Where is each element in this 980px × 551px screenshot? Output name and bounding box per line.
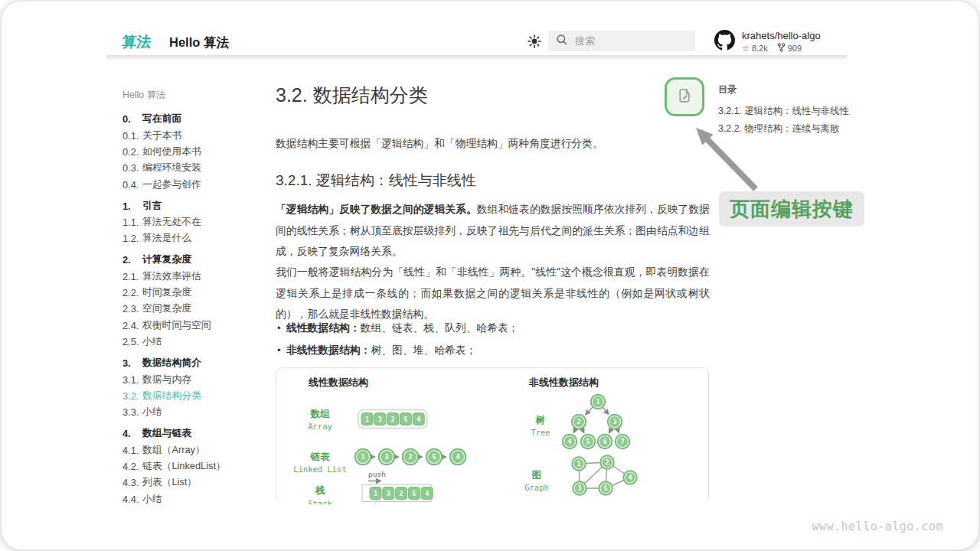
sidebar-item[interactable]: 4.3.列表（List） — [122, 474, 268, 491]
list-item: • 非线性数据结构：树、图、堆、哈希表； — [276, 339, 710, 361]
svg-text:3: 3 — [387, 490, 390, 497]
bullet-dot: • — [276, 339, 286, 361]
paragraph: 我们一般将逻辑结构分为「线性」和「非线性」两种。"线性"这个概念很直观，即表明数… — [276, 262, 710, 325]
svg-text:2: 2 — [577, 418, 580, 425]
theme-toggle-sun-icon[interactable] — [527, 34, 542, 49]
toc-items: 3.2.1. 逻辑结构：线性与非线性3.2.2. 物理结构：连续与离散 — [718, 103, 849, 137]
sidebar-item[interactable]: 0.3.编程环境安装 — [122, 160, 268, 176]
svg-text:Graph: Graph — [524, 483, 549, 492]
svg-text:push: push — [368, 470, 386, 478]
sidebar-item[interactable]: 1.1.算法无处不在 — [122, 214, 268, 230]
svg-text:4: 4 — [425, 490, 429, 497]
file-edit-icon — [676, 87, 693, 107]
sidebar-item[interactable]: 3.数据结构简介 — [122, 355, 268, 371]
data-structures-figure: 线性数据结构非线性数据结构数组Array13254链表Linked List13… — [276, 367, 709, 504]
svg-text:5: 5 — [603, 484, 607, 492]
svg-text:1: 1 — [361, 453, 364, 461]
svg-text:2: 2 — [408, 453, 412, 461]
svg-text:6: 6 — [603, 438, 606, 445]
github-repo-link[interactable]: krahets/hello-algo ☆ 8.2k 909 — [714, 30, 821, 54]
bullet-dot: • — [276, 317, 286, 339]
intro-paragraph: 数据结构主要可根据「逻辑结构」和「物理结构」两种角度进行分类。 — [276, 137, 603, 151]
watermark: www.hello-algo.com — [812, 520, 943, 533]
page-title: 3.2. 数据结构分类 — [276, 83, 428, 108]
svg-text:7: 7 — [620, 438, 624, 445]
sidebar-item[interactable]: 2.1.算法效率评估 — [122, 269, 268, 285]
svg-text:1: 1 — [374, 490, 377, 497]
toc-item[interactable]: 3.2.2. 物理结构：连续与离散 — [718, 120, 849, 138]
svg-text:链表: 链表 — [310, 452, 331, 462]
sidebar-item[interactable]: 2.计算复杂度 — [122, 252, 268, 268]
sidebar-item[interactable]: 4.4.小结 — [122, 491, 268, 507]
svg-text:图: 图 — [532, 470, 542, 481]
sidebar-item[interactable]: 0.4.一起参与创作 — [122, 177, 268, 193]
svg-text:4: 4 — [416, 416, 420, 423]
fork-count: 909 — [788, 44, 802, 53]
sidebar-item[interactable]: 2.2.时间复杂度 — [122, 285, 268, 301]
svg-text:2: 2 — [605, 458, 609, 466]
toc-title: 目录 — [718, 83, 849, 96]
svg-text:1: 1 — [596, 398, 599, 406]
toc-panel: 目录 3.2.1. 逻辑结构：线性与非线性3.2.2. 物理结构：连续与离散 — [718, 83, 849, 137]
svg-text:栈: 栈 — [315, 485, 325, 496]
sidebar-item[interactable]: 0.1.关于本书 — [122, 127, 268, 143]
svg-text:4: 4 — [456, 453, 459, 461]
svg-text:数组: 数组 — [310, 409, 331, 419]
svg-text:4: 4 — [567, 438, 571, 445]
svg-text:3: 3 — [384, 453, 388, 461]
svg-text:Tree: Tree — [531, 428, 550, 437]
svg-text:1: 1 — [577, 460, 580, 468]
svg-text:3: 3 — [577, 484, 581, 492]
star-count: 8.2k — [752, 44, 768, 53]
svg-text:3: 3 — [378, 416, 382, 423]
sidebar-item[interactable]: 2.5.小结 — [122, 334, 268, 350]
sidebar-item-active[interactable]: 3.2.数据结构分类 — [122, 388, 268, 404]
svg-text:Linked List: Linked List — [293, 465, 347, 474]
svg-text:3: 3 — [612, 418, 616, 425]
sidebar-item[interactable]: 3.3.小结 — [122, 404, 268, 420]
svg-text:1: 1 — [365, 416, 369, 423]
svg-text:2: 2 — [400, 490, 403, 497]
sidebar-item[interactable]: 0.2.如何使用本书 — [122, 144, 268, 160]
svg-text:树: 树 — [535, 415, 546, 425]
svg-text:4: 4 — [628, 474, 632, 481]
search-box[interactable] — [548, 31, 695, 51]
annotation-text: 页面编辑按键 — [730, 196, 854, 223]
fork-icon — [777, 43, 786, 54]
svg-text:5: 5 — [412, 490, 416, 497]
annotation-callout: 页面编辑按键 — [719, 191, 864, 227]
svg-text:非线性数据结构: 非线性数据结构 — [528, 377, 599, 388]
svg-text:5: 5 — [403, 416, 407, 423]
bullet-list: • 线性数据结构：数组、链表、栈、队列、哈希表； • 非线性数据结构：树、图、堆… — [276, 317, 710, 361]
header-divider — [106, 55, 847, 61]
search-icon — [556, 34, 568, 49]
sidebar-item[interactable]: 4.数组与链表 — [122, 425, 268, 442]
svg-text:5: 5 — [586, 438, 590, 445]
site-logo-icon[interactable]: 算法 — [122, 31, 163, 52]
svg-text:5: 5 — [432, 453, 436, 461]
sidebar-site-title: Hello 算法 — [122, 89, 268, 102]
star-icon: ☆ — [742, 44, 750, 54]
sidebar-item[interactable]: 3.1.数据与内存 — [122, 371, 268, 387]
page-edit-button[interactable] — [665, 77, 704, 116]
svg-text:Stack: Stack — [308, 499, 332, 504]
svg-text:线性数据结构: 线性数据结构 — [308, 377, 368, 388]
paragraph: 「逻辑结构」反映了数据之间的逻辑关系。数组和链表的数据按照顺序依次排列，反映了数… — [276, 199, 710, 262]
sidebar-item[interactable]: 1.引言 — [122, 197, 268, 214]
site-title[interactable]: Hello 算法 — [169, 34, 229, 51]
sidebar-item[interactable]: 4.2.链表（LinkedList） — [122, 458, 268, 474]
repo-name: krahets/hello-algo — [742, 30, 821, 41]
sidebar-item[interactable]: 0.写在前面 — [122, 111, 268, 127]
toc-item[interactable]: 3.2.1. 逻辑结构：线性与非线性 — [718, 103, 849, 120]
sidebar-item[interactable]: 4.1.数组（Array） — [122, 442, 268, 458]
search-input[interactable] — [575, 35, 675, 47]
sidebar-item[interactable]: 1.2.算法是什么 — [122, 230, 268, 246]
section-heading: 3.2.1. 逻辑结构：线性与非线性 — [276, 171, 476, 191]
svg-text:算法: 算法 — [122, 33, 152, 50]
page-card: 算法 Hello 算法 krahets/hel — [2, 2, 978, 549]
sidebar-item[interactable]: 2.3.空间复杂度 — [122, 301, 268, 317]
sidebar-items: 0.写在前面0.1.关于本书0.2.如何使用本书0.3.编程环境安装0.4.一起… — [122, 111, 268, 507]
svg-text:Array: Array — [308, 422, 332, 431]
sidebar-item[interactable]: 2.4.权衡时间与空间 — [122, 318, 268, 334]
list-item: • 线性数据结构：数组、链表、栈、队列、哈希表； — [276, 317, 710, 339]
